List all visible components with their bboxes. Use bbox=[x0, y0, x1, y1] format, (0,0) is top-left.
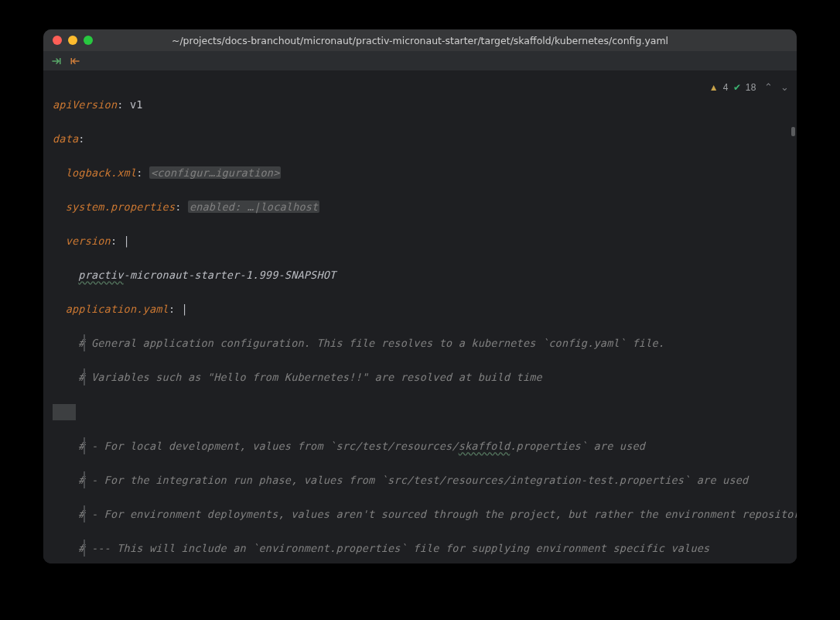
checkmark-icon: ✔ bbox=[733, 79, 741, 96]
code-editor[interactable]: ▲ 4 ✔ 18 ⌃ ⌄ apiVersion: v1 data: logbac… bbox=[43, 71, 797, 563]
zoom-icon[interactable] bbox=[84, 36, 93, 45]
editor-toolbar bbox=[43, 51, 797, 71]
warning-icon: ▲ bbox=[709, 79, 719, 96]
arrow-right-green-icon[interactable] bbox=[51, 56, 62, 67]
titlebar[interactable]: ~/projects/docs-branchout/micronaut/prac… bbox=[43, 29, 797, 51]
traffic-lights bbox=[53, 36, 93, 45]
code-content: apiVersion: v1 data: logback.xml: <confi… bbox=[53, 79, 787, 563]
scrollbar-thumb[interactable] bbox=[791, 127, 795, 136]
svg-rect-0 bbox=[60, 58, 61, 64]
inspection-widget[interactable]: ▲ 4 ✔ 18 ⌃ ⌄ bbox=[709, 79, 789, 96]
chevron-down-icon[interactable]: ⌄ bbox=[780, 79, 789, 96]
ok-count: 18 bbox=[746, 79, 756, 96]
arrow-left-orange-icon[interactable] bbox=[70, 56, 80, 67]
warning-count: 4 bbox=[723, 79, 729, 96]
chevron-up-icon[interactable]: ⌃ bbox=[764, 79, 773, 96]
close-icon[interactable] bbox=[53, 36, 62, 45]
minimize-icon[interactable] bbox=[68, 36, 77, 45]
window-title: ~/projects/docs-branchout/micronaut/prac… bbox=[43, 35, 797, 46]
svg-rect-1 bbox=[71, 58, 73, 64]
folded-region[interactable]: <configur…iguration> bbox=[149, 166, 282, 179]
editor-window: ~/projects/docs-branchout/micronaut/prac… bbox=[43, 29, 797, 563]
folded-region[interactable]: enabled: …|localhost bbox=[188, 200, 320, 213]
